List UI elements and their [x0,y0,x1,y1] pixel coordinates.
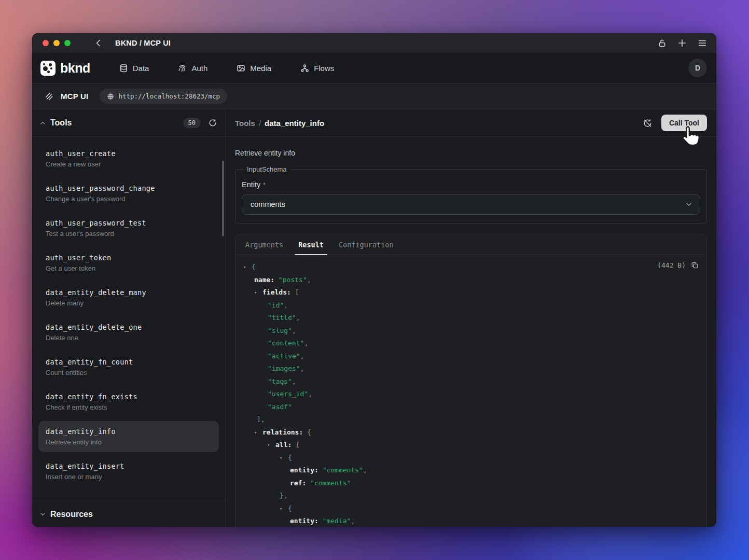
tool-description: Retrieve entity info [235,148,707,158]
nav-label: Auth [191,64,207,73]
json-line: ▾relations: { [243,426,698,439]
entity-select[interactable]: comments [242,194,700,215]
lock-open-icon [658,39,667,48]
json-line: "users_id", [243,388,698,401]
copy-icon [691,261,699,269]
json-line: ref: "comments" [243,477,698,490]
resources-section-title: Resources [50,510,93,519]
tool-name: auth_user_token [46,253,212,263]
menu-button[interactable] [698,38,707,48]
tool-description: Retrieve entity info [46,438,212,447]
traffic-lights [43,40,71,46]
json-line: entity: "media", [243,515,698,527]
call-tool-button[interactable]: Call Tool [661,115,707,131]
zoom-window-button[interactable] [64,40,71,46]
tab-configuration[interactable]: Configuration [337,241,395,255]
tools-count-badge: 50 [183,118,201,128]
json-line: name: "posts", [243,274,698,287]
minimize-window-button[interactable] [53,40,60,46]
json-line: "content", [243,337,698,350]
nav-item-data[interactable]: Data [119,64,149,73]
sidebar-scrollbar-thumb[interactable] [222,161,224,236]
collapse-toggle-icon[interactable]: ▾ [280,502,288,515]
tool-name: data_entity_fn_exists [46,391,212,402]
globe-icon [107,93,114,100]
user-avatar[interactable]: D [688,59,707,77]
tool-name: data_entity_delete_many [46,287,212,298]
mcp-url-pill[interactable]: http://localhost:28623/mcp [100,89,227,104]
json-lines: ▾{name: "posts",▾fields: ["id","title","… [243,261,698,527]
sidebar-tool-item[interactable]: auth_user_create Create a new user [38,143,219,174]
sidebar-tool-item[interactable]: data_entity_fn_exists Check if entity ex… [38,386,219,417]
input-schema-fieldset: InputSchema Entity * comments [235,165,707,223]
tool-name: data_entity_delete_one [46,322,212,332]
json-line: ▾{ [243,452,698,465]
sidebar-tool-item[interactable]: data_entity_insert Insert one or many [38,456,219,487]
nav-items: Data Auth Media Flows [119,64,335,73]
brand-logo[interactable]: bknd [40,61,90,76]
collapse-toggle-icon[interactable]: ▾ [267,439,275,452]
breadcrumb: Tools / data_entity_info [235,119,324,128]
new-tab-button[interactable] [677,38,687,48]
tool-name: data_entity_fn_count [46,357,212,367]
sidebar-tool-item[interactable]: data_entity_info Retrieve entity info [38,421,219,452]
tool-description: Insert one or many [46,472,212,482]
json-line: "active", [243,350,698,363]
main-panel: Tools / data_entity_info Call Tool Retri… [226,109,716,527]
tools-section-header[interactable]: Tools 50 [32,109,225,137]
sidebar-tool-item[interactable]: data_entity_delete_one Delete one [38,317,219,348]
close-window-button[interactable] [43,40,49,46]
back-button[interactable] [94,39,103,47]
collapse-toggle-icon[interactable]: ▾ [280,452,288,465]
tool-description: Delete many [46,299,212,308]
nav-item-auth[interactable]: Auth [178,64,207,73]
auto-call-disabled-button[interactable] [643,118,653,128]
sidebar: Tools 50 auth_user_create Create a new u… [32,109,226,527]
nav-item-flows[interactable]: Flows [300,64,334,73]
sidebar-tool-item[interactable]: data_entity_delete_many Delete many [38,282,219,313]
sidebar-tool-item[interactable]: auth_user_token Get a user token [38,247,219,278]
nav-item-media[interactable]: Media [237,64,271,73]
breadcrumb-section[interactable]: Tools [235,119,255,128]
chevron-down-icon [39,511,46,517]
json-line: "tags", [243,375,698,388]
tab-bar: Arguments Result Configuration [235,234,706,255]
json-line: ▾all: [ [243,439,698,452]
layers-icon [45,92,53,101]
json-result-viewer: (442 B) ▾{name: "posts",▾fields: ["id","… [235,255,706,527]
database-icon [119,64,128,73]
plus-icon [677,38,687,48]
tab-arguments[interactable]: Arguments [244,241,285,255]
tool-description: Test a user's password [46,229,212,239]
hamburger-menu-icon [698,38,707,48]
json-line: ▾{ [243,261,698,274]
brand-name: bknd [60,61,90,76]
chevron-up-icon [39,120,46,127]
required-mark: * [263,181,266,189]
mcp-page-title: MCP UI [61,92,88,101]
tool-description: Change a user's password [46,194,212,204]
nav-label: Data [133,64,149,73]
collapse-toggle-icon[interactable]: ▾ [254,426,262,439]
collapse-toggle-icon[interactable]: ▾ [243,261,252,274]
sidebar-tool-item[interactable]: auth_user_password_change Change a user'… [38,178,219,209]
json-line: "id", [243,299,698,312]
refresh-tools-button[interactable] [209,119,217,127]
tool-description: Count entities [46,368,212,377]
json-line: entity: "comments", [243,464,698,477]
tool-header: Tools / data_entity_info Call Tool [226,109,716,137]
tab-result[interactable]: Result [297,241,325,255]
json-line: "asdf" [243,401,698,414]
lock-button[interactable] [658,39,667,48]
resources-section-header[interactable]: Resources [32,501,225,527]
sidebar-tool-item[interactable]: auth_user_password_test Test a user's pa… [38,213,219,244]
input-schema-legend: InputSchema [244,165,290,173]
collapse-toggle-icon[interactable]: ▾ [254,286,262,299]
json-line: ▾{ [243,502,698,515]
copy-result-button[interactable] [691,261,699,269]
json-line: }, [243,489,698,502]
json-line: ▾fields: [ [243,286,698,299]
sidebar-tool-item[interactable]: data_entity_fn_count Count entities [38,352,219,383]
breadcrumb-current: data_entity_info [265,119,324,128]
window-title: BKND / MCP UI [115,39,171,47]
